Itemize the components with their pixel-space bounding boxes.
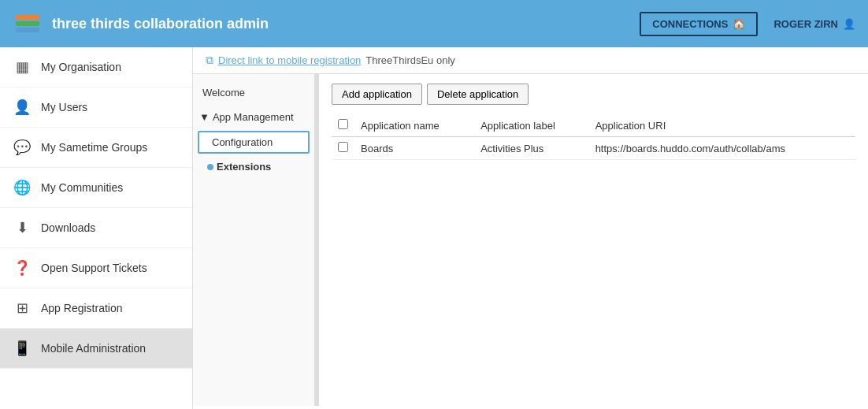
ext-dot-icon [207,164,213,170]
downloads-icon: ⬇ [13,219,32,236]
app-table-area: Add application Delete application Appli… [319,74,868,406]
users-icon: 👤 [13,99,32,116]
connections-label: CONNECTIONS [652,18,728,30]
delete-application-button[interactable]: Delete application [427,84,529,105]
logo-bar-1 [16,15,39,20]
app-registration-icon: ⊞ [13,299,32,317]
sidebar-item-my-communities[interactable]: 🌐 My Communities [0,168,192,208]
sidebar-item-my-organisation[interactable]: ▦ My Organisation [0,47,192,87]
sidebar-item-label: My Sametime Groups [41,141,147,154]
logo-bar-2 [16,21,39,26]
topbar-note: ThreeThirdsEu only [365,54,454,66]
nav-welcome[interactable]: Welcome [193,80,314,105]
sidebar-item-open-support-tickets[interactable]: ❓ Open Support Tickets [0,248,192,288]
sidebar-item-downloads[interactable]: ⬇ Downloads [0,208,192,248]
table-row: Boards Activities Plus https://boards.hu… [332,137,855,160]
sidebar-item-label: Downloads [41,221,95,234]
sidebar-item-label: Mobile Administration [41,342,146,355]
layout: ▦ My Organisation 👤 My Users 💬 My Sameti… [0,47,868,409]
sidebar-item-mobile-administration[interactable]: 📱 Mobile Administration [0,329,192,369]
toolbar: Add application Delete application [332,84,855,105]
home-icon: 🏠 [733,18,745,30]
communities-icon: 🌐 [13,179,32,196]
main-inner-content: Welcome ▼ App Management Configuration E… [193,74,868,406]
mobile-admin-icon: 📱 [13,340,32,357]
row-app-uri: https://boards.huddo.com/auth/collab/ams [589,137,855,160]
support-icon: ❓ [13,259,32,277]
add-application-button[interactable]: Add application [332,84,422,105]
nav-extensions[interactable]: Extensions [193,155,314,178]
table-header-row: Application name Application label Appli… [332,114,855,137]
sametime-icon: 💬 [13,139,32,156]
col-header-label: Application label [474,114,589,137]
main-content-area: ⧉ Direct link to mobile registration Thr… [193,47,868,409]
logo-bar-3 [16,28,39,32]
nav-configuration[interactable]: Configuration [198,131,310,154]
connections-button[interactable]: CONNECTIONS 🏠 [640,12,758,36]
direct-link[interactable]: Direct link to mobile registration [218,54,361,66]
table-header-checkbox [332,114,354,137]
user-icon: 👤 [843,18,855,30]
select-all-checkbox[interactable] [338,119,348,129]
sidebar-item-app-registration[interactable]: ⊞ App Registration [0,288,192,329]
nav-tree: Welcome ▼ App Management Configuration E… [193,74,315,406]
app-management-label: App Management [213,111,294,123]
user-info: ROGER ZIRN 👤 [773,18,855,30]
sidebar-item-label: My Communities [41,181,123,194]
app-title: three thirds collaboration admin [52,16,269,32]
header-right: CONNECTIONS 🏠 ROGER ZIRN 👤 [640,12,855,36]
user-name: ROGER ZIRN [773,18,838,30]
sidebar-item-my-sametime-groups[interactable]: 💬 My Sametime Groups [0,128,192,168]
sidebar-item-label: My Organisation [41,61,121,73]
sidebar-item-label: Open Support Tickets [41,262,147,274]
collapse-icon: ▼ [199,111,210,123]
header-left: three thirds collaboration admin [13,9,269,39]
col-header-name: Application name [354,114,474,137]
sidebar-item-label: App Registration [41,302,123,314]
sidebar-item-label: My Users [41,101,87,113]
sidebar: ▦ My Organisation 👤 My Users 💬 My Sameti… [0,47,193,409]
application-table: Application name Application label Appli… [332,114,855,160]
organisation-icon: ▦ [13,58,32,76]
row-checkbox[interactable] [338,142,348,152]
extensions-label: Extensions [217,161,271,173]
nav-app-management[interactable]: ▼ App Management [193,105,314,129]
header: three thirds collaboration admin CONNECT… [0,0,868,47]
row-app-name: Boards [354,137,474,160]
sidebar-item-my-users[interactable]: 👤 My Users [0,87,192,128]
row-app-label: Activities Plus [474,137,589,160]
external-link-icon: ⧉ [206,54,213,67]
col-header-uri: Application URI [589,114,855,137]
main-topbar: ⧉ Direct link to mobile registration Thr… [193,47,868,74]
row-checkbox-cell [332,137,354,160]
app-logo [13,9,43,39]
